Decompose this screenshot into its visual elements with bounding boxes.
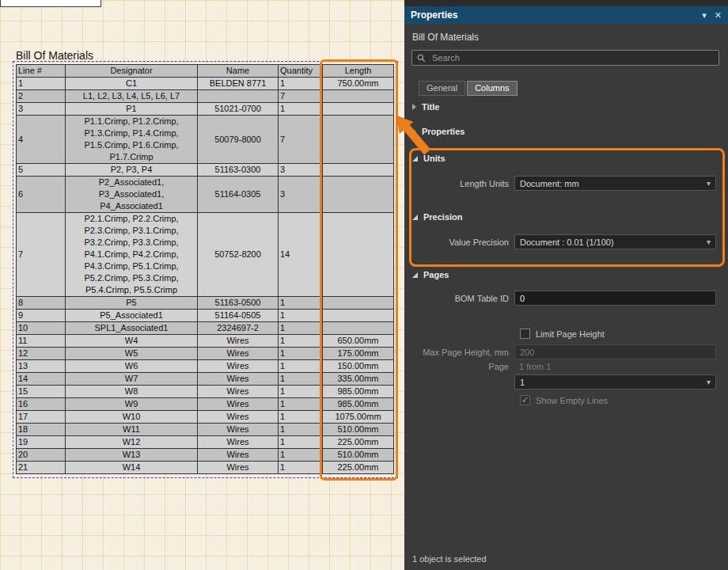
table-cell: 1 [279, 398, 323, 411]
status-text: 1 object is selected [412, 554, 487, 564]
table-row: 10SPL1_Associated12324697-21 [17, 322, 394, 335]
table-cell: 985.00mm [323, 386, 394, 398]
page-select-row: 1 ▾ [404, 374, 716, 390]
table-cell: 17 [17, 411, 66, 424]
table-cell [323, 322, 394, 335]
table-cell: Wires [198, 411, 279, 424]
panel-title: Properties [411, 10, 694, 21]
table-cell: 18 [17, 424, 66, 436]
collapsed-arrow-icon [412, 104, 416, 110]
value-precision-row: Value Precision Document : 0.01 (1/100) … [404, 234, 716, 249]
table-cell [323, 103, 394, 116]
table-cell: 1 [279, 103, 323, 116]
section-precision[interactable]: Precision [412, 212, 463, 222]
table-cell: 5 [17, 164, 66, 177]
table-cell: 175.00mm [323, 348, 394, 360]
table-cell [323, 310, 394, 322]
tab-general[interactable]: General [419, 81, 465, 96]
selected-object-label: Bill Of Materials [412, 32, 479, 43]
column-header: Designator [66, 65, 198, 78]
page-dropdown[interactable]: 1 ▾ [514, 374, 716, 390]
table-row: 6P2_Associated1, P3_Associated1, P4_Asso… [17, 177, 394, 213]
table-cell: 15 [17, 386, 66, 398]
table-cell: W14 [66, 462, 198, 474]
search-box[interactable] [411, 50, 719, 66]
table-cell: 1 [279, 373, 323, 386]
table-cell: Wires [198, 386, 279, 398]
table-cell: W7 [66, 373, 198, 386]
table-cell: Wires [198, 462, 279, 474]
close-icon[interactable]: ✕ [715, 10, 722, 21]
table-cell: 11 [17, 335, 66, 348]
length-units-row: Length Units Document: mm ▾ [404, 176, 716, 191]
table-cell: Wires [198, 424, 279, 436]
table-cell: 1 [279, 360, 323, 373]
table-cell [323, 90, 394, 103]
table-cell: 16 [17, 398, 66, 411]
max-page-height-label: Max Page Height, mm [404, 348, 514, 357]
bom-table[interactable]: Line #DesignatorNameQuantityLength 1C1BE… [16, 64, 394, 474]
table-cell: 1 [279, 310, 323, 322]
search-input[interactable] [430, 52, 714, 63]
table-row: 14W7Wires1335.00mm [17, 373, 394, 386]
table-cell: 7 [17, 213, 66, 297]
limit-page-height-checkbox[interactable] [520, 329, 530, 339]
search-icon [417, 54, 426, 63]
table-cell: 51164-0305 [198, 177, 279, 213]
panel-header: Properties ▾ ✕ [404, 6, 728, 24]
bom-table-id-input[interactable]: 0 [514, 291, 716, 306]
application-window: Bill Of Materials Line #DesignatorNameQu… [0, 0, 728, 570]
table-cell: BELDEN 8771 [198, 78, 279, 90]
length-units-dropdown[interactable]: Document: mm ▾ [514, 176, 716, 191]
table-row: 11W4Wires1650.00mm [17, 335, 394, 348]
table-cell [198, 90, 279, 103]
table-cell [323, 297, 394, 310]
table-cell: 650.00mm [323, 335, 394, 348]
table-cell: 1 [279, 424, 323, 436]
table-cell: P2_Associated1, P3_Associated1, P4_Assoc… [66, 177, 198, 213]
section-pages[interactable]: Pages [412, 270, 449, 279]
table-cell: 1 [279, 335, 323, 348]
table-cell: 1 [279, 449, 323, 462]
draftsman-canvas[interactable]: Bill Of Materials Line #DesignatorNameQu… [0, 0, 404, 570]
table-cell: 51163-0300 [198, 164, 279, 177]
table-cell: 3 [279, 164, 323, 177]
table-cell: 7 [279, 90, 323, 103]
table-cell: Wires [198, 360, 279, 373]
table-cell: P1.1.Crimp, P1.2.Crimp, P1.3.Crimp, P1.4… [66, 116, 198, 164]
table-row: 15W8Wires1985.00mm [17, 386, 394, 398]
table-cell: Wires [198, 335, 279, 348]
tab-columns[interactable]: Columns [467, 81, 517, 96]
table-cell: 6 [17, 177, 66, 213]
section-title[interactable]: Title [412, 102, 439, 112]
table-cell: 14 [17, 373, 66, 386]
chevron-down-icon[interactable]: ▾ [702, 10, 707, 21]
table-row: 8P551163-05001 [17, 297, 394, 310]
table-header-row: Line #DesignatorNameQuantityLength [17, 65, 394, 78]
table-cell: 225.00mm [323, 462, 394, 474]
table-cell: 335.00mm [323, 373, 394, 386]
table-cell: W4 [66, 335, 198, 348]
value-precision-dropdown[interactable]: Document : 0.01 (1/100) ▾ [514, 234, 716, 249]
properties-panel: Properties ▾ ✕ Bill Of Materials General… [404, 0, 728, 570]
table-row: 7P2.1.Crimp, P2.2.Crimp, P2.3.Crimp, P3.… [17, 213, 394, 297]
table-cell: 7 [279, 116, 323, 164]
table-cell: 21 [17, 462, 66, 474]
table-cell: SPL1_Associated1 [66, 322, 198, 335]
table-cell: 14 [279, 213, 323, 297]
table-cell: 750.00mm [323, 78, 394, 90]
limit-page-height-row: Limit Page Height [520, 329, 605, 339]
table-cell: 1075.00mm [323, 411, 394, 424]
show-empty-lines-checkbox[interactable]: ✓ [520, 395, 530, 405]
panel-top-strip [404, 0, 728, 6]
table-cell [323, 177, 394, 213]
table-cell: 12 [17, 348, 66, 360]
table-cell: 51164-0505 [198, 310, 279, 322]
show-empty-lines-label: Show Empty Lines [536, 396, 608, 405]
annotation-arrow-icon [396, 112, 435, 162]
table-cell: L1, L2, L3, L4, L5, L6, L7 [66, 90, 198, 103]
page-info-row: Page 1 from 1 [404, 362, 716, 371]
table-cell: 51021-0700 [198, 103, 279, 116]
table-cell: W6 [66, 360, 198, 373]
table-row: 9P5_Associated151164-05051 [17, 310, 394, 322]
